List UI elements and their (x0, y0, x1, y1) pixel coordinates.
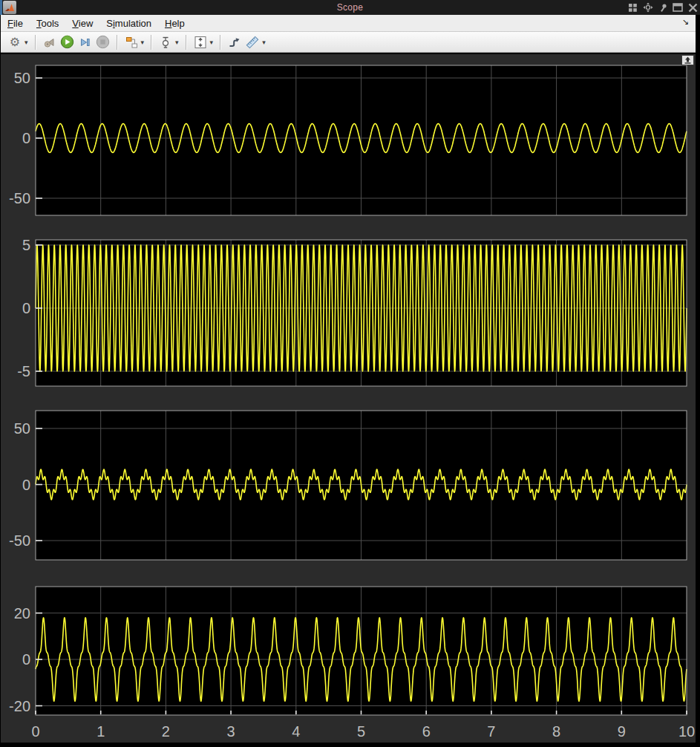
x-tick-label: 10 (678, 723, 695, 740)
axes-scaling-button[interactable] (192, 33, 209, 51)
y-tick-label: 0 (22, 300, 30, 316)
step-back-button[interactable] (42, 33, 58, 51)
signal-selector-dropdown-caret[interactable]: ▾ (141, 39, 145, 46)
y-tick-label: 0 (22, 130, 30, 146)
x-tick-label: 4 (292, 723, 300, 740)
axes-scaling-dropdown-caret[interactable]: ▾ (210, 39, 214, 46)
settings-dropdown-caret[interactable]: ▾ (24, 39, 28, 46)
window-title: Scope (0, 2, 700, 13)
stop-icon (96, 35, 110, 49)
gear-icon: ⚙ (10, 36, 20, 48)
y-tick-label: 0 (22, 651, 30, 668)
toolbar-separator (35, 35, 36, 50)
menu-view[interactable]: View (65, 16, 99, 31)
settings-button[interactable]: ⚙ (7, 33, 23, 51)
move-window-icon[interactable] (643, 2, 653, 13)
y-tick-label: -20 (9, 698, 30, 714)
y-tick-label: -5 (17, 363, 30, 379)
toolbar-separator (151, 35, 152, 50)
signal-selector-button[interactable] (123, 33, 140, 51)
menu-help[interactable]: Help (158, 16, 192, 31)
maximize-icon[interactable] (673, 3, 683, 12)
step-back-icon (43, 36, 56, 49)
x-tick-label: 0 (31, 723, 39, 740)
figure-area: 500-5050-5500-50200-20012345678910 (1, 54, 696, 743)
y-tick-label: 50 (14, 70, 30, 86)
close-icon[interactable] (688, 3, 698, 13)
menubar: File Tools View Simulation Help ↘ (1, 15, 696, 32)
toolbar: ⚙ ▾ (1, 32, 696, 53)
peak-finder-icon (228, 36, 241, 49)
toolbar-separator (117, 35, 118, 50)
x-tick-label: 5 (357, 723, 365, 740)
step-forward-button[interactable] (77, 33, 94, 51)
dock-arrow-icon (684, 56, 692, 64)
x-tick-label: 3 (227, 723, 235, 740)
axes-scaling-icon (193, 35, 208, 50)
y-tick-label: 0 (22, 477, 30, 493)
menu-file[interactable]: File (1, 16, 30, 31)
stop-button[interactable] (95, 33, 111, 51)
x-tick-label: 9 (618, 723, 626, 740)
pin-window-icon[interactable] (658, 3, 667, 13)
y-tick-label: -50 (9, 190, 30, 206)
signal-selector-icon (125, 36, 138, 49)
trigger-icon (159, 36, 172, 49)
run-button[interactable] (59, 33, 76, 51)
scope-canvas[interactable]: 500-5050-5500-50200-20012345678910 (1, 54, 696, 743)
toolbar-separator (220, 35, 221, 50)
y-tick-label: -50 (9, 532, 30, 549)
menu-simulation[interactable]: Simulation (99, 16, 158, 31)
peak-finder-button[interactable] (226, 33, 243, 51)
scope-window: Scope (0, 0, 700, 747)
y-tick-label: 50 (14, 420, 30, 437)
cursor-measurements-button[interactable] (244, 33, 261, 51)
x-tick-label: 6 (422, 723, 431, 740)
run-icon (60, 35, 74, 49)
step-forward-icon (79, 36, 92, 49)
dock-button[interactable] (681, 55, 694, 65)
toolbar-separator (186, 35, 187, 50)
x-tick-label: 2 (162, 723, 170, 740)
y-tick-label: 20 (14, 605, 30, 622)
matlab-logo-icon[interactable] (3, 1, 16, 14)
x-tick-label: 7 (487, 723, 495, 740)
triggers-button[interactable] (157, 33, 174, 51)
x-tick-label: 1 (97, 723, 105, 740)
y-tick-label: 5 (22, 237, 30, 253)
tile-windows-icon[interactable] (628, 3, 638, 13)
submenu-arrow-icon[interactable]: ↘ (682, 17, 689, 27)
x-tick-label: 8 (552, 723, 560, 740)
titlebar: Scope (0, 0, 700, 15)
cursor-measurements-dropdown-caret[interactable]: ▾ (262, 39, 266, 46)
triggers-dropdown-caret[interactable]: ▾ (175, 39, 179, 46)
menu-tools[interactable]: Tools (30, 16, 65, 31)
cursor-measurements-icon (245, 35, 260, 50)
